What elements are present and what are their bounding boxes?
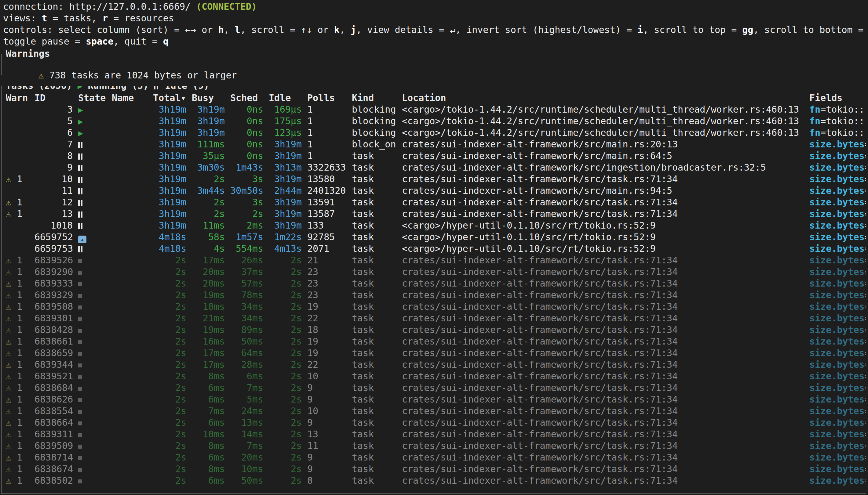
- cell-busy: 17ms: [192, 359, 225, 371]
- table-row[interactable]: ⚠ 168393012s21ms34ms2s22taskcrates/sui-i…: [1, 312, 866, 324]
- pause-icon: [154, 86, 160, 91]
- table-row[interactable]: ⚠ 168384282s19ms89ms2s18taskcrates/sui-i…: [1, 324, 866, 336]
- cell-location: crates/sui-indexer-alt-framework/src/tas…: [402, 371, 804, 382]
- cell-total: 3h19m: [139, 220, 186, 231]
- cell-kind: task: [352, 185, 397, 197]
- table-row[interactable]: ⚠ 168393292s19ms78ms2s23taskcrates/sui-i…: [1, 289, 866, 301]
- cell-name: [112, 208, 134, 220]
- table-row[interactable]: ⚠ 168386742s8ms10ms2s9taskcrates/sui-ind…: [1, 463, 866, 475]
- cell-location: crates/sui-indexer-alt-framework/src/mai…: [402, 185, 804, 197]
- cell-fields: size.bytes=: [809, 255, 866, 266]
- duration-value: 37ms: [241, 267, 263, 277]
- column-header-warn[interactable]: Warn: [6, 92, 29, 104]
- duration-value: 3h19m: [159, 127, 186, 138]
- cell-kind: task: [352, 452, 397, 463]
- table-row[interactable]: ⚠ 168395212s8ms6ms2s10taskcrates/sui-ind…: [1, 371, 866, 382]
- table-row[interactable]: ⚠ 168395082s18ms34ms2s19taskcrates/sui-i…: [1, 301, 866, 312]
- text-segment: = resources: [108, 13, 174, 23]
- table-row[interactable]: ⚠ 168386612s16ms50ms2s19taskcrates/sui-i…: [1, 336, 866, 347]
- table-row[interactable]: ⚠ 168395262s17ms26ms2s21taskcrates/sui-i…: [1, 255, 866, 266]
- cell-idle: 2s: [269, 359, 302, 371]
- cell-state: [78, 452, 106, 463]
- cell-fields: size.bytes=: [809, 452, 866, 463]
- cell-id: 6659753: [34, 243, 73, 255]
- stopped-icon: [78, 468, 82, 472]
- table-row[interactable]: 66597534m18s4s554ms4m13s2071task<cargo>/…: [1, 243, 866, 255]
- field-rest: =: [865, 394, 866, 405]
- table-row[interactable]: ⚠ 168386592s17ms64ms2s19taskcrates/sui-i…: [1, 347, 866, 359]
- table-row[interactable]: ⚠ 168393112s10ms14ms2s13taskcrates/sui-i…: [1, 428, 866, 440]
- table-row[interactable]: 3▶3h19m3h19m0ns169µs1blocking<cargo>/tok…: [1, 104, 866, 115]
- column-header-idle[interactable]: Idle: [269, 92, 302, 104]
- field-rest: =tokio::r: [820, 116, 866, 126]
- warning-icon: ⚠: [6, 208, 11, 220]
- table-row[interactable]: 113h19m3m44s30m50s2h44m2401320taskcrates…: [1, 185, 866, 197]
- field-key: size.bytes: [809, 290, 865, 300]
- cell-id: 5: [34, 115, 73, 127]
- cell-polls: 1: [307, 115, 346, 127]
- table-row[interactable]: ⚠ 168385022s6ms50ms2s8taskcrates/sui-ind…: [1, 475, 866, 487]
- table-row[interactable]: 83h19m35µs0ns3h19m1taskcrates/sui-indexe…: [1, 150, 866, 162]
- table-row[interactable]: ⚠ 168386262s6ms5ms2s9taskcrates/sui-inde…: [1, 394, 866, 405]
- table-row[interactable]: 73h19m111ms0ns3h19m1block_oncrates/sui-i…: [1, 139, 866, 150]
- table-row[interactable]: ⚠ 168392902s20ms37ms2s23taskcrates/sui-i…: [1, 266, 866, 278]
- cell-fields: fn=tokio::r: [809, 115, 866, 127]
- cell-location: <cargo>/hyper-util-0.1.10/src/rt/tokio.r…: [402, 243, 804, 255]
- cell-total: 3h19m: [139, 173, 186, 185]
- table-row[interactable]: ⚠ 168386642s6ms13ms2s9taskcrates/sui-ind…: [1, 417, 866, 428]
- column-header-total[interactable]: Total▾: [139, 92, 186, 104]
- cell-state: [78, 394, 106, 405]
- table-row[interactable]: 10183h19m11ms2ms3h19m133task<cargo>/hype…: [1, 220, 866, 231]
- duration-value: 3h19m: [274, 151, 302, 161]
- table-row[interactable]: ⚠ 1133h19m2s2s3h19m13587taskcrates/sui-i…: [1, 208, 866, 220]
- field-key: size.bytes: [809, 278, 865, 289]
- cell-fields: size.bytes=: [809, 324, 866, 336]
- column-header-state[interactable]: State: [78, 92, 106, 104]
- cell-name: [112, 266, 134, 278]
- cell-sched: 2ms: [230, 220, 263, 231]
- cell-fields: size.bytes=: [809, 208, 866, 220]
- field-key: size.bytes: [809, 139, 865, 150]
- cell-location: <cargo>/tokio-1.44.2/src/runtime/schedul…: [402, 115, 804, 127]
- cell-kind: task: [352, 428, 397, 440]
- cell-total: 3h19m: [139, 104, 186, 115]
- table-row[interactable]: 6▶3h19m3h19m0ns123µs1blocking<cargo>/tok…: [1, 127, 866, 139]
- cell-sched: 20ms: [230, 452, 263, 463]
- column-header-busy[interactable]: Busy: [192, 92, 225, 104]
- cell-name: [112, 382, 134, 394]
- table-row[interactable]: ⚠ 168387142s6ms20ms2s9taskcrates/sui-ind…: [1, 452, 866, 463]
- table-row[interactable]: ⚠ 168393442s17ms28ms2s22taskcrates/sui-i…: [1, 359, 866, 371]
- table-row[interactable]: ⚠ 1123h19m2s3s3h19m13591taskcrates/sui-i…: [1, 197, 866, 208]
- column-header-fields[interactable]: Fields: [809, 92, 866, 104]
- cell-location: crates/sui-indexer-alt-framework/src/tas…: [402, 405, 804, 417]
- table-row[interactable]: 93h19m3m30s1m43s3h13m3322633taskcrates/s…: [1, 162, 866, 173]
- table-row[interactable]: 5▶3h19m3h19m0ns175µs1blocking<cargo>/tok…: [1, 115, 866, 127]
- column-header-sched[interactable]: Sched: [230, 92, 263, 104]
- table-row[interactable]: ⚠ 168385542s7ms24ms2s10taskcrates/sui-in…: [1, 405, 866, 417]
- table-row[interactable]: ⚠ 168393332s20ms57ms2s23taskcrates/sui-i…: [1, 278, 866, 289]
- column-header-kind[interactable]: Kind: [352, 92, 397, 104]
- cell-idle: 2s: [269, 475, 302, 487]
- column-header-location[interactable]: Location: [402, 92, 804, 104]
- column-header-name[interactable]: Name: [112, 92, 134, 104]
- duration-value: 0ns: [247, 116, 263, 126]
- cell-total: 3h19m: [139, 127, 186, 139]
- cell-id: 11: [34, 185, 73, 197]
- field-rest: =: [865, 313, 866, 324]
- cell-kind: task: [352, 312, 397, 324]
- table-row[interactable]: ⚠ 168395092s8ms7ms2s11taskcrates/sui-ind…: [1, 440, 866, 452]
- warning-icon: ⚠: [6, 255, 11, 266]
- cell-fields: size.bytes=: [809, 347, 866, 359]
- text-segment: toggle pause =: [3, 36, 86, 47]
- stopped-icon: [78, 363, 82, 368]
- column-header-polls[interactable]: Polls: [307, 92, 346, 104]
- table-row[interactable]: ⚠ 1103h19m2s3s3h19m13580taskcrates/sui-i…: [1, 173, 866, 185]
- table-row[interactable]: 6659752▲4m18s58s1m57s1m22s92785task<carg…: [1, 231, 866, 243]
- cell-location: crates/sui-indexer-alt-framework/src/mai…: [402, 139, 804, 150]
- duration-value: 3h19m: [159, 116, 186, 126]
- column-header-id[interactable]: ID: [34, 92, 73, 104]
- duration-value: 2s: [252, 208, 263, 219]
- warning-message: 738 tasks are 1024 bytes or larger: [49, 70, 237, 81]
- cell-fields: size.bytes=: [809, 312, 866, 324]
- table-row[interactable]: ⚠ 168386842s6ms7ms2s9taskcrates/sui-inde…: [1, 382, 866, 394]
